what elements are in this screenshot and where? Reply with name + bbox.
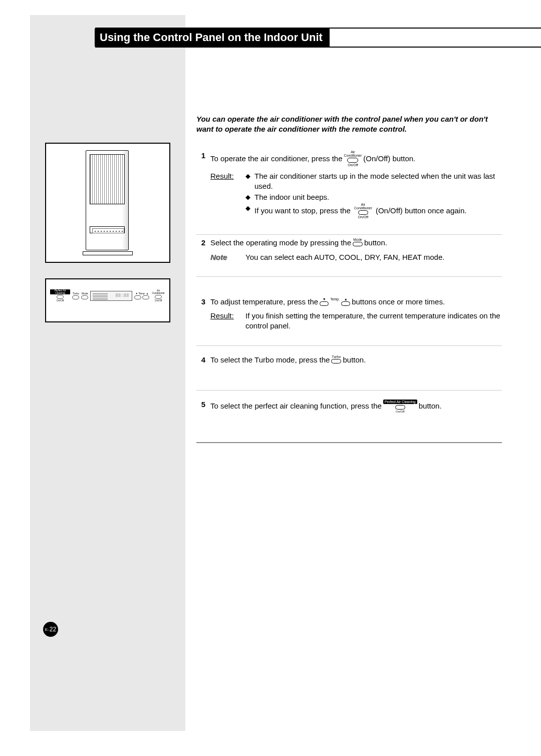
result-label: Result: <box>210 311 245 331</box>
step-4: 4 To select the Turbo mode, press the Tu… <box>196 346 502 385</box>
step-text: buttons once or more times. <box>352 297 445 307</box>
mode-button-icon: Mode <box>353 238 363 247</box>
result-text: The air conditioner starts up in the mod… <box>254 171 502 192</box>
panel-button-icon <box>142 295 149 299</box>
note-label: Note <box>210 252 245 262</box>
onoff-button-icon: Air Conditioner On/Off <box>344 150 362 167</box>
diamond-bullet-icon: ◆ <box>245 171 250 181</box>
step-1: 1 To operate the air conditioner, press … <box>196 148 502 230</box>
step-number: 5 <box>196 400 210 413</box>
step-3: 3 To adjust temperature, press the ▼ Tem… <box>196 277 502 340</box>
panel-button-icon <box>155 295 162 299</box>
control-panel-illustration: Perfect Air Cleaning On/Off Turbo Mode ▼… <box>45 278 170 322</box>
indoor-unit-illustration <box>45 143 170 263</box>
unit-drawing <box>83 150 133 255</box>
step-text: Select the operating mode by pressing th… <box>210 238 351 248</box>
turbo-button-icon: Turbo <box>331 355 341 364</box>
button-suffix: (On/Off) button <box>363 154 413 164</box>
panel-button-icon <box>81 295 88 299</box>
intro-text: You can operate the air conditioner with… <box>196 114 502 135</box>
panel-label-mode: Mode <box>82 292 88 295</box>
step-2: 2 Select the operating mode by pressing … <box>196 235 502 271</box>
page-number-badge: E-22 <box>43 622 58 637</box>
step-number: 1 <box>196 151 210 221</box>
title-bar: Using the Control Panel on the Indoor Un… <box>95 28 541 48</box>
temp-buttons-icon: ▼ Temp. ▲ <box>320 297 350 306</box>
panel-button-icon <box>57 295 64 299</box>
step-text: To operate the air conditioner, press th… <box>210 154 343 164</box>
diamond-bullet-icon: ◆ <box>245 203 250 213</box>
panel-button-icon <box>72 295 79 299</box>
note-text: You can select each AUTO, COOL, DRY, FAN… <box>245 252 502 262</box>
result-text: The indoor unit beeps. <box>254 192 329 202</box>
step-text: button. <box>364 238 387 248</box>
page-title: Using the Control Panel on the Indoor Un… <box>95 29 330 47</box>
step-number: 2 <box>196 238 210 262</box>
step-text: To adjust temperature, press the <box>210 297 318 307</box>
panel-display-icon <box>90 291 132 301</box>
diamond-bullet-icon: ◆ <box>245 192 250 202</box>
step-text: button. <box>419 401 442 411</box>
panel-label-ac: Air Conditioner <box>151 289 165 294</box>
step-text: To select the perfect air cleaning funct… <box>210 401 382 411</box>
separator <box>196 442 502 443</box>
panel-label-turbo: Turbo <box>73 292 79 295</box>
step-number: 3 <box>196 297 210 331</box>
step-text: To select the Turbo mode, press the <box>210 355 330 365</box>
perfect-air-cleaning-button-icon: Perfect Air Cleaning On/Off <box>383 400 417 413</box>
result-text: If you want to stop, press the Air Condi… <box>254 203 466 219</box>
content-area: You can operate the air conditioner with… <box>196 114 502 443</box>
step-number: 4 <box>196 355 210 365</box>
result-label: Result: <box>210 171 245 221</box>
onoff-button-icon: Air Conditioner On/Off <box>354 203 372 219</box>
result-text: If you finish setting the temperature, t… <box>245 311 502 331</box>
panel-button-icon <box>134 295 141 299</box>
panel-label-perfect-air: Perfect Air Cleaning <box>50 289 70 294</box>
step-5: 5 To select the perfect air cleaning fun… <box>196 391 502 438</box>
step-text: button. <box>343 355 366 365</box>
